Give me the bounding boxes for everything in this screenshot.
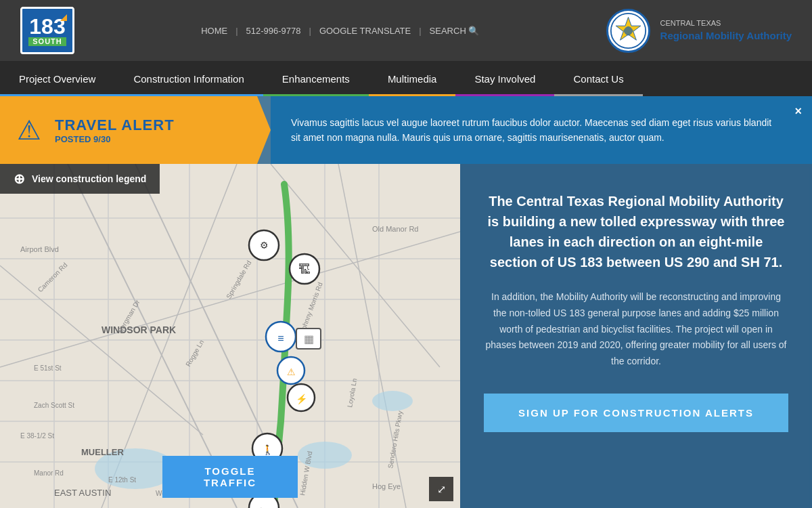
toggle-traffic-button[interactable]: TOGGLE TRAFFIC <box>162 456 298 498</box>
nav-contact-us[interactable]: Contact Us <box>554 61 642 96</box>
authority-name: Regional Mobility Authority <box>660 28 792 43</box>
svg-text:✂: ✂ <box>260 505 268 508</box>
search-link[interactable]: SEARCH 🔍 <box>430 26 480 36</box>
svg-text:EAST AUSTIN: EAST AUSTIN <box>54 488 111 498</box>
svg-text:Manor Rd: Manor Rd <box>34 469 64 477</box>
alert-blue-section: Vivamus sagittis lacus vel augue laoreet… <box>271 96 812 164</box>
info-headline: The Central Texas Regional Mobility Auth… <box>484 191 788 272</box>
svg-text:WINDSOR PARK: WINDSOR PARK <box>102 324 176 335</box>
svg-text:≡: ≡ <box>277 333 284 344</box>
info-section: The Central Texas Regional Mobility Auth… <box>460 164 812 508</box>
map-section: ⊕ View construction legend <box>0 164 460 508</box>
search-text: SEARCH <box>430 26 466 36</box>
nav-enhancements[interactable]: Enhancements <box>263 61 369 96</box>
sep3: | <box>419 26 421 36</box>
nav-multimedia[interactable]: Multimedia <box>369 61 456 96</box>
svg-text:Hog Eye: Hog Eye <box>372 482 401 490</box>
svg-text:Zach Scott St: Zach Scott St <box>34 402 74 409</box>
alert-icon: ⚠ <box>17 114 41 146</box>
header-nav: HOME | 512-996-9778 | GOOGLE TRANSLATE |… <box>201 26 479 36</box>
svg-text:E 38-1/2 St: E 38-1/2 St <box>20 432 54 440</box>
svg-text:Airport Blvd: Airport Blvd <box>20 245 59 253</box>
svg-text:Old Manor Rd: Old Manor Rd <box>372 225 418 233</box>
svg-point-25 <box>372 391 413 411</box>
map-legend-label: View construction legend <box>32 173 146 184</box>
nav-construction-info[interactable]: Construction Information <box>114 61 263 96</box>
svg-text:🚶: 🚶 <box>262 444 274 456</box>
main-nav: Project Overview Construction Informatio… <box>0 61 812 96</box>
alert-bar: ⚠ TRAVEL ALERT POSTED 9/30 Vivamus sagit… <box>0 96 812 164</box>
svg-text:⚙: ⚙ <box>260 240 269 251</box>
nav-project-overview[interactable]: Project Overview <box>0 61 114 96</box>
sep2: | <box>309 26 311 36</box>
alert-date: POSTED 9/30 <box>55 134 175 144</box>
alert-title: TRAVEL ALERT <box>55 117 175 134</box>
plus-icon: ⊕ <box>14 171 25 187</box>
svg-text:MUELLER: MUELLER <box>81 447 124 457</box>
authority-text: CENTRAL TEXAS Regional Mobility Authorit… <box>660 18 792 43</box>
authority-line1: CENTRAL TEXAS <box>660 19 721 27</box>
alert-yellow-section: ⚠ TRAVEL ALERT POSTED 9/30 <box>0 96 271 164</box>
alert-body-text: Vivamus sagittis lacus vel augue laoreet… <box>291 115 778 146</box>
svg-text:▦: ▦ <box>304 333 314 345</box>
authority-logo <box>606 9 650 53</box>
site-logo[interactable]: 183 SOUTH <box>20 7 74 54</box>
home-link[interactable]: HOME <box>201 26 227 36</box>
svg-text:E 12th St: E 12th St <box>108 476 136 484</box>
logo-south: SOUTH <box>28 37 66 46</box>
translate-link[interactable]: GOOGLE TRANSLATE <box>319 26 411 36</box>
fullscreen-button[interactable]: ⤢ <box>429 477 453 501</box>
main-content: ⊕ View construction legend <box>0 164 812 508</box>
phone-link[interactable]: 512-996-9778 <box>246 26 301 36</box>
nav-stay-involved[interactable]: Stay Involved <box>455 61 554 96</box>
search-icon: 🔍 <box>468 26 479 36</box>
header-right: CENTRAL TEXAS Regional Mobility Authorit… <box>606 9 792 53</box>
signup-button[interactable]: SIGN UP FOR CONSTRUCTION ALERTS <box>484 394 788 432</box>
svg-text:⚡: ⚡ <box>296 394 308 405</box>
map-legend-button[interactable]: ⊕ View construction legend <box>0 164 160 194</box>
site-header: 183 SOUTH HOME | 512-996-9778 | GOOGLE T… <box>0 0 812 61</box>
header-left: 183 SOUTH <box>20 7 74 54</box>
alert-text-block: TRAVEL ALERT POSTED 9/30 <box>55 117 175 144</box>
svg-text:🏗: 🏗 <box>298 263 311 276</box>
alert-close-button[interactable]: × <box>794 104 802 119</box>
svg-text:⚠: ⚠ <box>287 366 296 377</box>
sep1: | <box>235 26 238 36</box>
info-body: In addition, the Mobility Authority will… <box>484 289 788 370</box>
svg-text:E 51st St: E 51st St <box>34 364 62 372</box>
fullscreen-icon: ⤢ <box>437 483 446 496</box>
